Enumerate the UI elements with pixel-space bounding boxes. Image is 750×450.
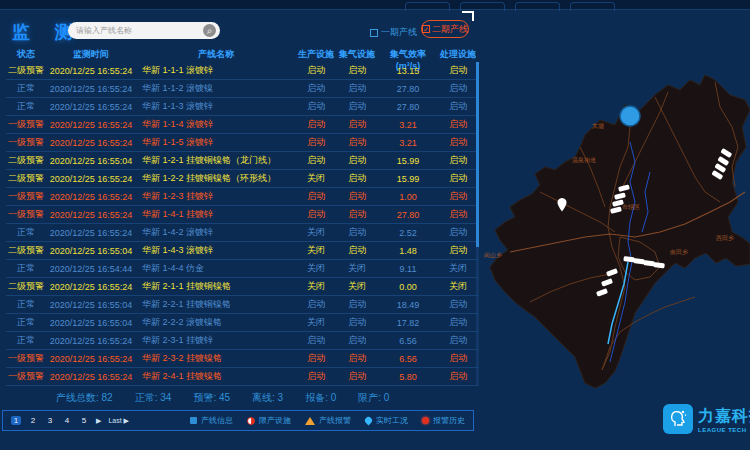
table-row[interactable]: 一级预警2020/12/25 16:55:24华新 1-2-3 挂镀锌启动启动1… <box>6 188 478 206</box>
logo-name-en: LEAGUE TECH <box>698 427 750 433</box>
table-row[interactable]: 正常2020/12/25 16:55:24华新 2-3-1 挂镀锌启动启动6.5… <box>6 332 478 350</box>
district-map[interactable]: 大塘温泉街道市辖区西田乡南田乡岗山乡 <box>480 52 750 400</box>
check-icon: ✓ <box>422 25 430 33</box>
table-row[interactable]: 二级预警2020/12/25 16:55:24华新 1-1-1 滚镀锌启动启动1… <box>6 62 478 80</box>
column-header: 处理设施 <box>438 48 478 62</box>
cell-time: 2020/12/25 16:55:24 <box>46 120 136 130</box>
table-row[interactable]: 一级预警2020/12/25 16:55:24华新 1-4-1 挂镀锌启动启动2… <box>6 206 478 224</box>
cell-eff: 27.80 <box>378 102 438 112</box>
table-row[interactable]: 正常2020/12/25 16:54:44华新 1-4-4 仿金关闭关闭9.11… <box>6 260 478 278</box>
cell-time: 2020/12/25 16:55:24 <box>46 84 136 94</box>
cell-time: 2020/12/25 16:55:24 <box>46 138 136 148</box>
cell-time: 2020/12/25 16:55:24 <box>46 372 136 382</box>
cell-gas: 启动 <box>336 370 378 383</box>
cell-status: 二级预警 <box>6 154 46 167</box>
page-button[interactable]: 2 <box>28 416 38 425</box>
column-header: 产线名称 <box>136 48 296 62</box>
alert-circle-marker[interactable] <box>620 106 640 126</box>
cell-time: 2020/12/25 16:55:04 <box>46 156 136 166</box>
cell-status: 正常 <box>6 334 46 347</box>
table-row[interactable]: 一级预警2020/12/25 16:55:24华新 2-4-1 挂镀镍铬启动启动… <box>6 368 478 386</box>
cell-prod: 启动 <box>296 118 336 131</box>
cell-eff: 18.49 <box>378 300 438 310</box>
table-row[interactable]: 二级预警2020/12/25 16:55:04华新 1-2-1 挂镀铜镍铬（龙门… <box>6 152 478 170</box>
cell-status: 一级预警 <box>6 370 46 383</box>
cell-treat: 启动 <box>438 352 478 365</box>
district-shape <box>490 75 750 388</box>
cell-treat: 启动 <box>438 100 478 113</box>
cell-gas: 启动 <box>336 352 378 365</box>
table-row[interactable]: 一级预警2020/12/25 16:55:24华新 2-3-2 挂镀镍铬启动启动… <box>6 350 478 368</box>
map-legend: 产线信息限产设施产线报警实时工况报警历史 <box>190 415 465 426</box>
phase2-button[interactable]: ✓ 二期产线 <box>421 20 469 38</box>
top-tab[interactable] <box>405 2 450 11</box>
cell-time: 2020/12/25 16:55:24 <box>46 228 136 238</box>
cell-status: 二级预警 <box>6 172 46 185</box>
table-row[interactable]: 正常2020/12/25 16:55:24华新 1-4-2 滚镀锌关闭启动2.5… <box>6 224 478 242</box>
cell-prod: 启动 <box>296 190 336 203</box>
top-tab[interactable] <box>515 2 560 11</box>
table-row[interactable]: 正常2020/12/25 16:55:04华新 2-2-2 滚镀镍铬关闭启动17… <box>6 314 478 332</box>
cell-name: 华新 1-1-4 滚镀锌 <box>136 118 296 131</box>
page-button[interactable]: 5 <box>79 416 89 425</box>
table-row[interactable]: 一级预警2020/12/25 16:55:24华新 1-1-4 滚镀锌启动启动3… <box>6 116 478 134</box>
top-tabs <box>405 2 615 11</box>
cell-treat: 启动 <box>438 154 478 167</box>
legend-label: 产线信息 <box>201 415 233 426</box>
column-header: 集气设施 <box>336 48 378 62</box>
search-box[interactable]: 请输入产线名称 ⌕ <box>68 22 220 39</box>
cell-status: 一级预警 <box>6 352 46 365</box>
table-row[interactable]: 二级预警2020/12/25 16:55:24华新 1-2-2 挂镀铜镍铬（环形… <box>6 170 478 188</box>
cell-treat: 启动 <box>438 298 478 311</box>
square-icon <box>190 417 197 424</box>
column-header: 监测时间 <box>46 48 136 62</box>
legend-item-pin[interactable]: 实时工况 <box>365 415 408 426</box>
table-row[interactable]: 正常2020/12/25 16:55:24华新 1-1-2 滚镀镍启动启动27.… <box>6 80 478 98</box>
cell-gas: 关闭 <box>336 262 378 275</box>
cell-time: 2020/12/25 16:55:24 <box>46 210 136 220</box>
cell-time: 2020/12/25 16:55:24 <box>46 66 136 76</box>
cell-name: 华新 2-2-2 滚镀镍铬 <box>136 316 296 329</box>
table-row[interactable]: 正常2020/12/25 16:55:04华新 2-2-1 挂镀铜镍铬启动启动1… <box>6 296 478 314</box>
cell-name: 华新 1-2-1 挂镀铜镍铬（龙门线） <box>136 154 296 167</box>
search-icon[interactable]: ⌕ <box>203 24 216 37</box>
next-page-button[interactable]: ▶ <box>96 417 101 425</box>
table-row[interactable]: 一级预警2020/12/25 16:55:24华新 1-1-5 滚镀锌启动启动3… <box>6 134 478 152</box>
cell-name: 华新 2-3-1 挂镀锌 <box>136 334 296 347</box>
bottom-bar: 12345▶Last ▶ 产线信息限产设施产线报警实时工况报警历史 <box>2 410 474 431</box>
top-tab[interactable] <box>460 2 505 11</box>
cell-prod: 启动 <box>296 100 336 113</box>
cell-time: 2020/12/25 16:55:04 <box>46 246 136 256</box>
page-button[interactable]: 1 <box>11 416 21 425</box>
cell-eff: 27.80 <box>378 210 438 220</box>
cell-gas: 启动 <box>336 316 378 329</box>
table-row[interactable]: 二级预警2020/12/25 16:55:04华新 1-4-3 滚镀锌关闭启动1… <box>6 242 478 260</box>
top-strip <box>0 0 750 10</box>
table-scrollbar[interactable] <box>476 62 479 386</box>
page-button[interactable]: 4 <box>62 416 72 425</box>
legend-item-circle-red[interactable]: 限产设施 <box>247 415 291 426</box>
phase1-checkbox[interactable]: 一期产线 <box>370 26 417 39</box>
cell-prod: 启动 <box>296 334 336 347</box>
cell-name: 华新 2-2-1 挂镀铜镍铬 <box>136 298 296 311</box>
table-row[interactable]: 正常2020/12/25 16:55:24华新 1-1-3 滚镀锌启动启动27.… <box>6 98 478 116</box>
cell-eff: 15.99 <box>378 156 438 166</box>
checkbox-icon[interactable] <box>370 29 378 37</box>
legend-item-square[interactable]: 产线信息 <box>190 415 233 426</box>
cell-treat: 启动 <box>438 172 478 185</box>
cell-treat: 启动 <box>438 64 478 77</box>
cell-eff: 27.80 <box>378 84 438 94</box>
legend-item-triangle[interactable]: 产线报警 <box>305 415 351 426</box>
page-button[interactable]: 3 <box>45 416 55 425</box>
cell-gas: 启动 <box>336 226 378 239</box>
cell-status: 二级预警 <box>6 64 46 77</box>
scrollbar-thumb[interactable] <box>476 62 479 247</box>
summary-bar: 产线总数: 82正常: 34预警: 45离线: 3报备: 0限产: 0 <box>56 391 389 405</box>
top-tab[interactable] <box>570 2 615 11</box>
place-label: 岗山乡 <box>484 252 502 259</box>
legend-item-dot-red[interactable]: 报警历史 <box>422 415 465 426</box>
search-input[interactable]: 请输入产线名称 <box>76 25 203 36</box>
last-page-button[interactable]: Last ▶ <box>108 417 129 425</box>
cell-gas: 启动 <box>336 208 378 221</box>
table-row[interactable]: 二级预警2020/12/25 16:55:24华新 2-1-1 挂镀铜镍铬关闭关… <box>6 278 478 296</box>
